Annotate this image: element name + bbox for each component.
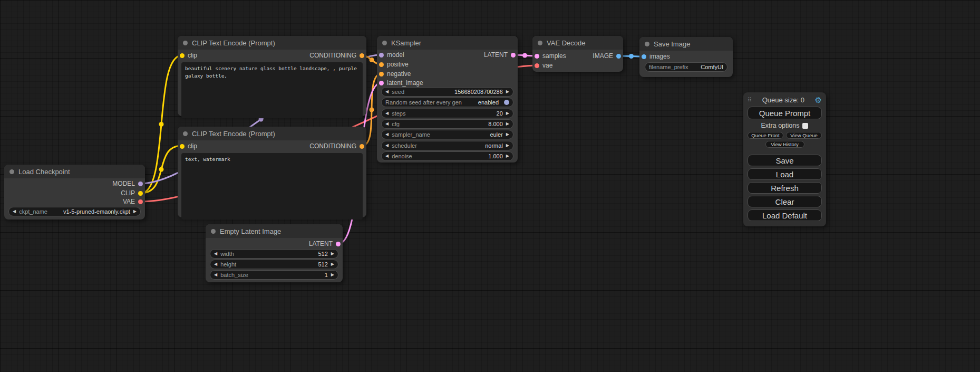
output-slot-vae[interactable]: VAE	[123, 197, 143, 206]
latent-input-dot[interactable]	[379, 81, 384, 85]
ckpt-name-widget[interactable]: ◀ ckpt_name v1-5-pruned-emaonly.ckpt ▶	[8, 207, 141, 216]
clip-input-dot[interactable]	[180, 53, 185, 58]
input-slot-vae[interactable]: vae	[535, 61, 552, 70]
input-slot-images[interactable]: images	[642, 52, 670, 61]
prev-arrow-icon[interactable]: ◀	[385, 132, 389, 137]
model-output-dot[interactable]	[138, 182, 143, 186]
output-slot-conditioning[interactable]: CONDITIONING	[309, 51, 364, 60]
input-slot-positive[interactable]: positive	[379, 60, 409, 69]
negative-prompt-textarea[interactable]: text, watermark	[181, 153, 363, 220]
queue-prompt-button[interactable]: Queue Prompt	[748, 107, 822, 119]
steps-widget[interactable]: ◀ steps 20 ▶	[381, 109, 513, 118]
negative-input-dot[interactable]	[379, 72, 384, 77]
output-slot-image[interactable]: IMAGE	[593, 52, 621, 60]
increment-arrow-icon[interactable]: ▶	[506, 111, 509, 116]
samples-input-dot[interactable]	[535, 54, 539, 59]
node-title-bar[interactable]: Load Checkpoint	[4, 165, 145, 178]
node-collapse-dot-icon[interactable]	[183, 131, 188, 136]
vae-input-dot[interactable]	[535, 63, 539, 68]
increment-arrow-icon[interactable]: ▶	[506, 90, 509, 94]
vae-output-dot[interactable]	[138, 199, 143, 204]
decrement-arrow-icon[interactable]: ◀	[385, 111, 389, 116]
prev-arrow-icon[interactable]: ◀	[385, 144, 389, 148]
image-output-dot[interactable]	[616, 54, 621, 59]
cfg-widget[interactable]: ◀ cfg 8.000 ▶	[381, 119, 513, 129]
width-widget[interactable]: ◀ width 512 ▶	[210, 249, 338, 259]
next-arrow-icon[interactable]: ▶	[506, 144, 509, 148]
node-title-bar[interactable]: VAE Decode	[532, 36, 623, 50]
node-title-bar[interactable]: Save Image	[639, 37, 733, 51]
random-seed-toggle-widget[interactable]: Random seed after every gen enabled	[381, 98, 513, 107]
decrement-arrow-icon[interactable]: ◀	[385, 122, 389, 126]
positive-prompt-textarea[interactable]: beautiful scenery nature glass bottle la…	[181, 62, 363, 118]
node-collapse-dot-icon[interactable]	[211, 229, 216, 234]
node-empty-latent-image[interactable]: Empty Latent Image LATENT ◀ width 512 ▶ …	[206, 224, 343, 282]
increment-arrow-icon[interactable]: ▶	[331, 262, 334, 266]
clip-input-dot[interactable]	[180, 144, 185, 149]
output-slot-latent[interactable]: LATENT	[484, 51, 516, 59]
load-button[interactable]: Load	[748, 168, 822, 180]
decrement-arrow-icon[interactable]: ◀	[385, 154, 389, 158]
conditioning-output-dot[interactable]	[360, 144, 364, 149]
next-arrow-icon[interactable]: ▶	[133, 209, 137, 214]
increment-arrow-icon[interactable]: ▶	[506, 122, 509, 126]
positive-input-dot[interactable]	[379, 62, 384, 67]
node-graph-canvas[interactable]: Load Checkpoint MODEL CLIP VAE ◀ ckpt_na…	[0, 0, 980, 372]
decrement-arrow-icon[interactable]: ◀	[385, 90, 389, 94]
node-ksampler[interactable]: KSampler model positive negative latent_…	[377, 36, 518, 163]
input-slot-samples[interactable]: samples	[535, 52, 566, 60]
output-slot-conditioning[interactable]: CONDITIONING	[309, 142, 364, 150]
decrement-arrow-icon[interactable]: ◀	[214, 273, 217, 277]
node-collapse-dot-icon[interactable]	[645, 42, 649, 46]
node-clip-text-encode-positive[interactable]: CLIP Text Encode (Prompt) clip CONDITION…	[178, 36, 366, 116]
output-slot-clip[interactable]: CLIP	[121, 189, 143, 197]
denoise-widget[interactable]: ◀ denoise 1.000 ▶	[381, 151, 513, 161]
prev-arrow-icon[interactable]: ◀	[13, 209, 16, 214]
node-title-bar[interactable]: KSampler	[377, 36, 518, 50]
latent-output-dot[interactable]	[336, 242, 341, 246]
input-slot-clip[interactable]: clip	[180, 51, 197, 60]
latent-output-dot[interactable]	[511, 53, 516, 58]
height-widget[interactable]: ◀ height 512 ▶	[210, 260, 338, 269]
node-load-checkpoint[interactable]: Load Checkpoint MODEL CLIP VAE ◀ ckpt_na…	[4, 165, 145, 220]
node-vae-decode[interactable]: VAE Decode samples vae IMAGE	[532, 36, 623, 72]
drag-handle-icon[interactable]: ⠿	[748, 97, 752, 103]
scheduler-widget[interactable]: ◀ scheduler normal ▶	[381, 141, 513, 150]
next-arrow-icon[interactable]: ▶	[506, 132, 509, 137]
conditioning-output-dot[interactable]	[360, 53, 364, 58]
node-collapse-dot-icon[interactable]	[183, 41, 188, 45]
input-slot-negative[interactable]: negative	[379, 70, 411, 78]
clip-output-dot[interactable]	[138, 191, 143, 196]
seed-widget[interactable]: ◀ seed 156680208700286 ▶	[381, 87, 513, 97]
decrement-arrow-icon[interactable]: ◀	[214, 262, 217, 266]
node-save-image[interactable]: Save Image images filename_prefix ComfyU…	[639, 37, 733, 77]
queue-front-button[interactable]: Queue Front	[748, 132, 783, 139]
input-slot-clip[interactable]: clip	[180, 142, 197, 150]
load-default-button[interactable]: Load Default	[748, 209, 822, 221]
decrement-arrow-icon[interactable]: ◀	[214, 252, 217, 256]
node-collapse-dot-icon[interactable]	[382, 41, 387, 45]
node-clip-text-encode-negative[interactable]: CLIP Text Encode (Prompt) clip CONDITION…	[178, 127, 366, 217]
refresh-button[interactable]: Refresh	[748, 182, 822, 194]
output-slot-latent[interactable]: LATENT	[309, 240, 341, 248]
node-title-bar[interactable]: CLIP Text Encode (Prompt)	[178, 36, 366, 50]
node-collapse-dot-icon[interactable]	[9, 169, 14, 174]
increment-arrow-icon[interactable]: ▶	[506, 154, 509, 158]
view-queue-button[interactable]: View Queue	[786, 132, 822, 139]
images-input-dot[interactable]	[642, 54, 646, 59]
increment-arrow-icon[interactable]: ▶	[331, 252, 334, 256]
input-slot-model[interactable]: model	[379, 51, 404, 59]
input-slot-latent-image[interactable]: latent_image	[379, 79, 423, 87]
node-title-bar[interactable]: CLIP Text Encode (Prompt)	[178, 127, 366, 140]
sampler-name-widget[interactable]: ◀ sampler_name euler ▶	[381, 130, 513, 139]
settings-gear-icon[interactable]: ⚙	[815, 96, 822, 104]
filename-prefix-widget[interactable]: filename_prefix ComfyUI	[645, 62, 727, 72]
extra-options-checkbox[interactable]	[802, 123, 808, 129]
output-slot-model[interactable]: MODEL	[112, 179, 143, 188]
node-collapse-dot-icon[interactable]	[538, 41, 542, 45]
batch-size-widget[interactable]: ◀ batch_size 1 ▶	[210, 270, 338, 280]
node-title-bar[interactable]: Empty Latent Image	[206, 224, 343, 238]
save-button[interactable]: Save	[748, 155, 822, 166]
increment-arrow-icon[interactable]: ▶	[331, 273, 334, 277]
toggle-indicator-icon[interactable]	[504, 100, 509, 105]
